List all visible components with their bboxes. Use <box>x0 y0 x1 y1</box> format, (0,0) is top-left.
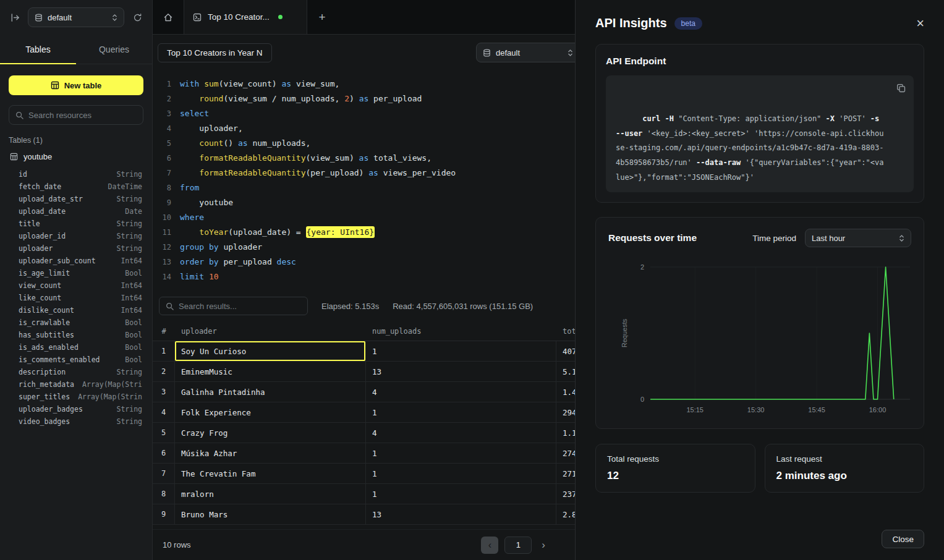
code-line: 11 toYear(upload_date) = {year: UInt16} <box>153 225 575 240</box>
home-button[interactable] <box>153 0 184 34</box>
header-uploader[interactable]: uploader <box>175 327 366 336</box>
table-cell[interactable]: Músika Azhar <box>175 443 366 463</box>
table-cell[interactable]: 294 <box>556 402 575 422</box>
column-type: String <box>116 230 142 242</box>
table-cell[interactable]: 13 <box>366 362 556 381</box>
elapsed-time: Elapsed: 5.153s <box>321 302 379 311</box>
tab-queries[interactable]: Queries <box>76 35 152 64</box>
resource-search-input[interactable] <box>28 111 137 120</box>
table-row[interactable]: 5Crazy Frog41.1 <box>153 423 575 443</box>
run-database-selector[interactable]: default <box>476 43 575 62</box>
table-cell[interactable]: 407 <box>556 341 575 361</box>
time-period-control: Time period Last hour <box>752 229 911 247</box>
table-cell[interactable]: 1 <box>366 484 556 504</box>
row-number: 8 <box>153 484 175 504</box>
column-name: uploader <box>19 242 53 255</box>
table-cell[interactable]: mralorn <box>175 484 366 504</box>
query-tab[interactable]: Top 10 Creator... <box>184 0 307 34</box>
current-page-indicator[interactable]: 1 <box>504 537 532 554</box>
requests-chart: 2015:1515:3015:4516:00Requests <box>608 253 913 419</box>
table-cell[interactable]: Bruno Mars <box>175 504 366 524</box>
column-item: super_titlesArray(Map(Strin <box>0 391 152 403</box>
column-item: is_comments_enabledBool <box>0 354 152 366</box>
table-row[interactable]: 6Músika Azhar1274 <box>153 443 575 464</box>
table-row[interactable]: 7The Crevatin Fam1271 <box>153 464 575 484</box>
sidebar-item-youtube-table[interactable]: youtube <box>0 148 152 164</box>
table-cell[interactable]: 237 <box>556 484 575 504</box>
table-row[interactable]: 4Folk Experience1294 <box>153 402 575 423</box>
table-cell[interactable]: 1 <box>366 402 556 422</box>
column-type: Date <box>125 205 142 218</box>
table-cell[interactable]: 274 <box>556 443 575 463</box>
close-panel-icon[interactable]: × <box>916 17 924 30</box>
results-search-input[interactable] <box>179 302 301 311</box>
collapse-sidebar-icon[interactable] <box>7 10 22 25</box>
column-name: uploader_badges <box>19 403 83 415</box>
table-row[interactable]: 2EminemMusic135.1 <box>153 362 575 382</box>
table-cell[interactable]: 4 <box>366 423 556 443</box>
new-table-button[interactable]: New table <box>9 75 143 95</box>
table-cell[interactable]: 4 <box>366 382 556 402</box>
tab-tables[interactable]: Tables <box>0 35 76 64</box>
table-cell[interactable]: 1.4 <box>556 382 575 402</box>
column-item: uploader_sub_countInt64 <box>0 255 152 267</box>
time-period-selector[interactable]: Last hour <box>805 229 911 247</box>
row-number: 7 <box>153 464 175 483</box>
tables-count-label: Tables (1) <box>9 136 143 145</box>
column-type: DateTime <box>108 180 142 193</box>
table-cell[interactable]: 1 <box>366 443 556 463</box>
row-number: 2 <box>153 362 175 381</box>
table-cell[interactable]: 1 <box>366 341 556 361</box>
column-type: Bool <box>125 354 142 366</box>
table-cell[interactable]: Folk Experience <box>175 402 366 422</box>
line-number: 7 <box>153 166 171 180</box>
results-toolbar: Elapsed: 5.153s Read: 4,557,605,031 rows… <box>153 294 575 318</box>
previous-page-button[interactable]: ‹ <box>481 537 498 554</box>
line-number: 10 <box>153 210 171 225</box>
home-icon <box>163 12 173 22</box>
table-cell[interactable]: Crazy Frog <box>175 423 366 443</box>
table-cell[interactable]: 1 <box>366 464 556 483</box>
code-line: 8from <box>153 180 575 195</box>
table-cell[interactable]: 2.8 <box>556 504 575 524</box>
new-tab-button[interactable]: + <box>307 0 337 34</box>
column-type: Bool <box>125 329 142 341</box>
close-button[interactable]: Close <box>882 530 924 548</box>
column-type: Array(Map(Stri <box>82 378 142 391</box>
total-requests-value: 12 <box>607 470 744 482</box>
column-name: has_subtitles <box>19 329 74 341</box>
table-row[interactable]: 9Bruno Mars132.8 <box>153 504 575 525</box>
column-type: Bool <box>125 341 142 354</box>
column-name: uploader_id <box>19 230 66 242</box>
table-cell[interactable]: 13 <box>366 504 556 524</box>
table-cell[interactable]: Soy Un Curioso <box>175 341 366 361</box>
panel-header: API Insights beta × <box>595 0 924 44</box>
next-page-button[interactable]: › <box>538 539 549 551</box>
column-type: Array(Map(Strin <box>78 391 142 403</box>
header-num-uploads[interactable]: num_uploads <box>366 327 556 336</box>
query-title[interactable]: Top 10 Creators in Year N <box>158 43 272 62</box>
column-item: video_badgesString <box>0 415 152 428</box>
table-cell[interactable]: 5.1 <box>556 362 575 381</box>
line-number: 8 <box>153 180 171 195</box>
column-type: Int64 <box>121 292 142 304</box>
refresh-icon[interactable] <box>130 10 145 25</box>
column-name: upload_date_str <box>19 193 83 205</box>
table-cell[interactable]: Galinha Pintadinha <box>175 382 366 402</box>
table-row[interactable]: 3Galinha Pintadinha41.4 <box>153 382 575 402</box>
column-item: uploaderString <box>0 242 152 255</box>
sql-editor[interactable]: 1with sum(view_count) as view_sum,2 roun… <box>153 70 575 292</box>
line-number: 4 <box>153 121 171 136</box>
table-cell[interactable]: 271 <box>556 464 575 483</box>
database-selector[interactable]: default <box>28 7 124 27</box>
table-row[interactable]: 8mralorn1237 <box>153 484 575 504</box>
sidebar: default Tables Queries New table <box>0 0 153 560</box>
code-line: 5 count() as num_uploads, <box>153 136 575 151</box>
table-cell[interactable]: EminemMusic <box>175 362 366 381</box>
copy-icon[interactable] <box>896 83 906 93</box>
table-cell[interactable]: 1.1 <box>556 423 575 443</box>
table-row[interactable]: 1Soy Un Curioso1407 <box>153 341 575 362</box>
results-table: # uploader num_uploads tot 1Soy Un Curio… <box>153 321 575 525</box>
table-cell[interactable]: The Crevatin Fam <box>175 464 366 483</box>
header-total-views[interactable]: tot <box>556 327 575 336</box>
